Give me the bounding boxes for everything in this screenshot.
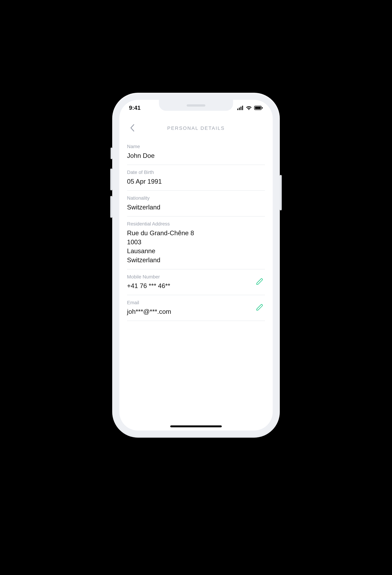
field-value: John Doe (127, 151, 265, 160)
svg-rect-5 (255, 106, 261, 109)
field-name: Name John Doe (127, 139, 265, 165)
svg-rect-6 (262, 107, 263, 109)
wifi-icon (246, 106, 252, 110)
status-time: 9:41 (129, 104, 140, 111)
field-value: +41 76 *** 46** (127, 281, 265, 290)
address-line: Switzerland (127, 255, 265, 264)
screen: 9:41 (119, 100, 273, 430)
details-list: Name John Doe Date of Birth 05 Apr 1991 … (127, 139, 265, 321)
pencil-icon (256, 303, 264, 311)
svg-rect-0 (237, 108, 238, 110)
nav-bar: PERSONAL DETAILS (127, 119, 265, 137)
phone-mockup: 9:41 (112, 93, 280, 437)
svg-rect-2 (240, 106, 241, 110)
power-button (280, 175, 282, 210)
home-indicator[interactable] (170, 425, 222, 427)
svg-rect-3 (242, 106, 243, 110)
page-title: PERSONAL DETAILS (127, 125, 265, 130)
field-label: Mobile Number (127, 274, 265, 279)
field-label: Email (127, 300, 265, 305)
field-mobile: Mobile Number +41 76 *** 46** (127, 269, 265, 295)
cellular-icon (237, 106, 244, 110)
field-label: Nationality (127, 195, 265, 201)
field-email: Email joh***@***.com (127, 295, 265, 321)
field-value: Rue du Grand-Chêne 8 1003 Lausanne Switz… (127, 228, 265, 264)
field-value: Switzerland (127, 203, 265, 212)
field-value: 05 Apr 1991 (127, 177, 265, 186)
svg-rect-1 (239, 108, 240, 110)
field-label: Residential Address (127, 221, 265, 226)
volume-up-button (110, 168, 112, 190)
volume-down-button (110, 196, 112, 218)
status-bar: 9:41 (119, 100, 273, 116)
field-address: Residential Address Rue du Grand-Chêne 8… (127, 216, 265, 269)
field-label: Date of Birth (127, 169, 265, 175)
edit-mobile-button[interactable] (256, 278, 265, 287)
pencil-icon (256, 278, 264, 285)
address-line: Lausanne (127, 246, 265, 255)
address-line: 1003 (127, 237, 265, 246)
field-dob: Date of Birth 05 Apr 1991 (127, 165, 265, 191)
edit-email-button[interactable] (256, 303, 265, 312)
field-nationality: Nationality Switzerland (127, 191, 265, 216)
battery-icon (254, 106, 263, 110)
mute-switch (111, 147, 112, 159)
address-line: Rue du Grand-Chêne 8 (127, 228, 265, 238)
field-label: Name (127, 144, 265, 149)
field-value: joh***@***.com (127, 307, 265, 316)
